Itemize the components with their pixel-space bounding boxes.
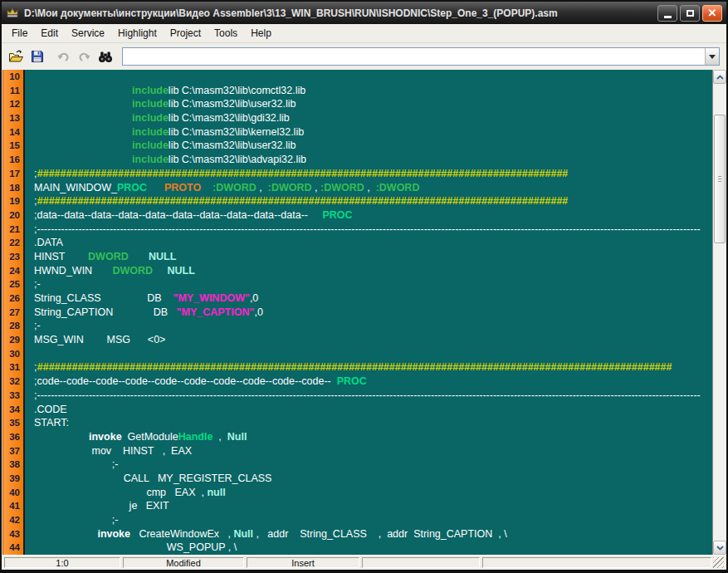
code-text: ;#######################################… [25,194,568,208]
status-cells: 1:0ModifiedInsert [4,557,711,568]
line-number: 10 [2,70,25,84]
code-line[interactable]: 11 includelib C:\masm32\lib\comctl32.lib [2,84,712,98]
code-text: ;- [25,319,41,333]
code-text: ;---------------------------------------… [25,389,701,403]
code-text: includelib C:\masm32\lib\user32.lib [25,139,296,153]
line-number: 13 [2,111,25,125]
code-line[interactable]: 37 mov HINST , EAX [2,444,712,458]
status-bar: 1:0ModifiedInsert [2,555,726,570]
combo-dropdown-button[interactable] [705,48,719,65]
line-number: 42 [2,513,25,527]
code-line[interactable]: 13 includelib C:\masm32\lib\gdi32.lib [2,111,712,125]
line-number: 43 [2,527,25,541]
status-cell-extra-2 [482,557,711,568]
status-cell-cursor-position: 1:0 [4,557,120,568]
chevron-up-icon [716,75,724,80]
undo-button[interactable] [53,47,74,67]
find-button[interactable] [95,47,115,67]
code-line[interactable]: 38 ;- [2,458,712,472]
code-line[interactable]: 21;-------------------------------------… [2,223,712,237]
code-line[interactable]: 26String_CLASS DB "MY_WINDOW",0 [2,291,712,306]
menu-item-tools[interactable]: Tools [208,25,244,42]
code-text: ;data--data--data--data--data--data--dat… [25,208,353,223]
code-line[interactable]: 10 [2,70,712,84]
scroll-up-button[interactable] [713,70,726,84]
code-text: ;#######################################… [25,360,672,375]
line-number: 23 [2,250,25,264]
line-number: 26 [2,291,25,306]
code-line[interactable]: 16 includelib C:\masm32\lib\advapi32.lib [2,153,712,167]
code-line[interactable]: 23HINST DWORD NULL [2,250,712,264]
code-line[interactable]: 42 ;- [2,513,712,527]
code-line[interactable]: 31;#####################################… [2,360,712,375]
code-text: .CODE [25,403,67,417]
code-line[interactable]: 35START: [2,416,712,430]
code-text: ;- [25,513,118,527]
code-line[interactable]: 27String_CAPTION DB "MY_CAPTION",0 [2,306,712,320]
close-button[interactable]: ✕ [702,5,722,22]
menu-item-service[interactable]: Service [65,25,111,42]
code-text: HWND_WIN DWORD NULL [25,264,195,278]
code-text: invoke CreateWindowEx , Null , addr Stri… [25,527,507,541]
menu-item-help[interactable]: Help [244,25,278,42]
scroll-down-button[interactable] [713,541,726,555]
open-folder-icon [8,50,24,63]
minimize-icon [664,16,672,18]
maximize-button[interactable] [680,5,700,22]
code-line[interactable]: 25;- [2,277,712,291]
resize-grip[interactable] [713,557,724,568]
code-line[interactable]: 18MAIN_WINDOW_PROC PROTO :DWORD , :DWORD… [2,181,712,195]
save-floppy-icon [31,50,44,63]
code-text: includelib C:\masm32\lib\user32.lib [25,97,296,111]
menu-item-project[interactable]: Project [164,25,208,42]
code-line[interactable]: 28;- [2,319,712,333]
code-line[interactable]: 19;#####################################… [2,194,712,208]
code-line[interactable]: 29MSG_WIN MSG <0> [2,333,712,347]
code-line[interactable]: 32;code--code--code--code--code--code--c… [2,375,712,389]
line-number: 25 [2,277,25,291]
code-text: includelib C:\masm32\lib\kernel32.lib [25,125,304,140]
chevron-down-icon [716,546,724,551]
code-line[interactable]: 39 CALL MY_REGISTER_CLASS [2,472,712,486]
code-line[interactable]: 30 [2,347,712,361]
open-file-button[interactable] [6,47,27,67]
line-number: 31 [2,360,25,375]
minimize-button[interactable] [657,5,677,22]
app-window: D:\Мои документы\инструкции\Видео Assemb… [0,0,728,573]
redo-button[interactable] [74,47,95,67]
save-file-button[interactable] [27,47,47,67]
code-line[interactable]: 36 invoke GetModuleHandle , Null [2,430,712,444]
menu-item-highlight[interactable]: Highlight [111,25,164,42]
code-line[interactable]: 15 includelib C:\masm32\lib\user32.lib [2,139,712,153]
scrollbar-thumb[interactable] [714,115,726,243]
code-line[interactable]: 44 WS_POPUP , \ [2,541,712,555]
code-line[interactable]: 33;-------------------------------------… [2,389,712,403]
search-input[interactable] [123,48,705,65]
line-number: 35 [2,416,25,430]
code-line[interactable]: 12 includelib C:\masm32\lib\user32.lib [2,97,712,111]
title-bar[interactable]: D:\Мои документы\инструкции\Видео Assemb… [2,2,726,24]
code-line[interactable]: 43 invoke CreateWindowEx , Null , addr S… [2,527,712,541]
app-icon [6,7,19,19]
menu-item-edit[interactable]: Edit [34,25,65,42]
code-text: ;#######################################… [25,167,568,181]
code-line[interactable]: 24HWND_WIN DWORD NULL [2,264,712,278]
menu-item-file[interactable]: File [5,25,34,42]
maximize-icon [686,10,694,17]
code-text: HINST DWORD NULL [25,250,176,264]
search-combobox[interactable] [122,47,720,66]
code-line[interactable]: 34.CODE [2,403,712,417]
code-line[interactable]: 17;#####################################… [2,167,712,181]
code-text: ;---------------------------------------… [25,223,701,237]
code-line[interactable]: 40 cmp EAX , null [2,486,712,500]
line-number: 44 [2,541,25,555]
code-editor[interactable]: 1011 includelib C:\masm32\lib\comctl32.l… [2,70,726,555]
code-line[interactable]: 41 je EXIT [2,499,712,513]
code-line[interactable]: 20;data--data--data--data--data--data--d… [2,208,712,223]
line-number: 36 [2,430,25,444]
code-lines: 1011 includelib C:\masm32\lib\comctl32.l… [2,70,712,555]
vertical-scrollbar[interactable] [712,70,726,555]
line-number: 16 [2,153,25,167]
code-line[interactable]: 22.DATA [2,236,712,250]
code-line[interactable]: 14 includelib C:\masm32\lib\kernel32.lib [2,125,712,140]
